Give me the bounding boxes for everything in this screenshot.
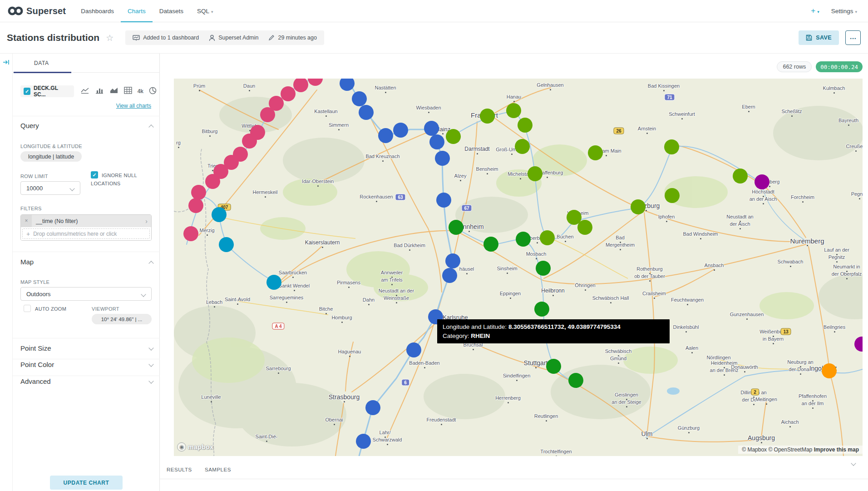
station-point-rhein[interactable] — [378, 128, 393, 143]
station-point-main[interactable] — [480, 109, 495, 124]
station-point-rhein[interactable] — [359, 105, 374, 120]
station-point-regnitz[interactable] — [755, 174, 769, 189]
station-point-main[interactable] — [506, 103, 521, 118]
section-map[interactable]: Map — [20, 258, 34, 266]
road-shield: 13 — [780, 328, 791, 335]
viewport-chip[interactable]: 10° 24' 49.86" | ... — [92, 314, 152, 324]
station-point-neckar[interactable] — [516, 232, 531, 247]
station-point-saar[interactable] — [266, 275, 281, 290]
map-city-dot — [396, 302, 397, 303]
map-city-dot — [761, 442, 762, 443]
nav-dashboards[interactable]: Dashboards — [74, 0, 121, 22]
station-point-main[interactable] — [664, 139, 679, 154]
nav-charts[interactable]: Charts — [121, 0, 153, 22]
map-city-label: Sarreguemines — [270, 295, 304, 300]
tab-results[interactable]: RESULTS — [167, 467, 192, 472]
section-point-color[interactable]: Point Color — [20, 361, 54, 368]
station-point-rhein[interactable] — [393, 123, 408, 138]
station-point-main[interactable] — [518, 118, 533, 133]
station-point-neckar[interactable] — [483, 237, 498, 252]
station-point-donau[interactable] — [822, 363, 837, 378]
filter-drop-zone[interactable]: + Drop columns/metrics here or click — [22, 228, 150, 239]
row-limit-select[interactable]: 10000 — [20, 181, 80, 195]
last-modified-badge[interactable]: 29 minutes ago — [268, 35, 316, 41]
station-point-neckar[interactable] — [534, 302, 549, 317]
station-point-main[interactable] — [665, 188, 680, 203]
station-point-main[interactable] — [631, 199, 646, 214]
station-point-rhein[interactable] — [442, 268, 457, 283]
save-button[interactable]: SAVE — [799, 30, 839, 45]
chevron-up-icon[interactable] — [148, 124, 153, 129]
map-city-label: Forchheim — [791, 194, 814, 200]
lonlat-chip[interactable]: longitude | latitude — [20, 151, 82, 162]
station-point-main[interactable] — [528, 166, 542, 181]
filter-time-pill[interactable]: × __time (No filter) › — [21, 215, 151, 227]
station-point-mosel[interactable] — [233, 147, 248, 162]
owner-badge[interactable]: Superset Admin — [209, 35, 258, 41]
chevron-down-icon[interactable] — [148, 362, 153, 367]
station-point-neckar[interactable] — [449, 220, 464, 235]
station-point-rhein[interactable] — [424, 121, 439, 136]
station-point-rhein[interactable] — [436, 193, 451, 208]
superset-logo[interactable]: Superset — [0, 5, 74, 16]
section-point-size[interactable]: Point Size — [20, 344, 51, 352]
collapse-results-icon[interactable] — [852, 459, 855, 467]
station-point-mosel[interactable] — [191, 185, 206, 200]
favorite-star-icon[interactable]: ☆ — [106, 33, 113, 43]
station-point-mosel[interactable] — [183, 226, 198, 241]
station-point-main[interactable] — [540, 230, 555, 245]
improve-map-link[interactable]: Improve this map — [814, 446, 859, 453]
chevron-down-icon[interactable] — [148, 345, 153, 350]
station-point-neckar[interactable] — [546, 359, 561, 374]
table-icon[interactable] — [124, 87, 132, 96]
more-actions-button[interactable]: … — [845, 30, 861, 45]
station-point-main[interactable] — [733, 169, 748, 184]
station-point-main[interactable] — [515, 139, 530, 154]
station-point-mosel[interactable] — [250, 125, 265, 140]
station-point-main[interactable] — [588, 145, 603, 160]
bar-chart-icon[interactable] — [95, 87, 104, 96]
station-point-rhein[interactable] — [429, 134, 444, 149]
map-style-select[interactable]: Outdoors — [20, 287, 152, 301]
settings-menu[interactable]: Settings▾ — [831, 8, 857, 15]
station-point-saar[interactable] — [212, 207, 227, 222]
update-chart-button[interactable]: UPDATE CHART — [50, 476, 123, 490]
mapbox-icon: ◉ — [177, 442, 186, 451]
new-button[interactable]: +▾ — [811, 6, 819, 15]
view-all-charts-link[interactable]: View all charts — [116, 103, 151, 109]
chevron-down-icon[interactable] — [148, 378, 153, 383]
station-point-main[interactable] — [446, 129, 461, 144]
station-point-mosel[interactable] — [188, 198, 203, 213]
tab-samples[interactable]: SAMPLES — [205, 467, 231, 472]
station-point-rhein[interactable] — [356, 434, 371, 449]
station-point-neckar[interactable] — [536, 261, 551, 276]
station-point-rhein[interactable] — [365, 400, 380, 415]
nav-sql[interactable]: SQL▾ — [190, 0, 220, 22]
section-advanced[interactable]: Advanced — [20, 377, 51, 385]
mapbox-logo[interactable]: ◉ mapbox — [177, 442, 214, 451]
station-point-rhein[interactable] — [435, 151, 450, 166]
ignore-null-checkbox[interactable]: ✓ — [91, 171, 98, 179]
map-canvas[interactable]: PrümDaunNastättenGelnhausenBad Kissingen… — [174, 79, 863, 456]
station-point-main[interactable] — [577, 220, 592, 235]
dashboard-badge[interactable]: Added to 1 dashboard — [133, 35, 199, 41]
expand-datasource-icon[interactable] — [3, 59, 10, 67]
pie-chart-icon[interactable] — [149, 87, 157, 96]
station-point-mosel[interactable] — [281, 86, 296, 101]
area-chart-icon[interactable] — [109, 87, 118, 96]
auto-zoom-checkbox[interactable] — [24, 305, 31, 312]
viz-4k-option[interactable]: 4k — [138, 88, 143, 94]
station-point-rhein[interactable] — [445, 253, 460, 268]
remove-filter-icon[interactable]: × — [21, 215, 32, 227]
map-tooltip: Longitude and Latitude: 8.30556376651173… — [437, 319, 670, 343]
nav-datasets[interactable]: Datasets — [153, 0, 190, 22]
station-point-saar[interactable] — [219, 237, 234, 252]
station-point-rhein[interactable] — [352, 91, 367, 106]
station-point-rhein[interactable] — [406, 342, 421, 357]
chevron-up-icon[interactable] — [148, 261, 153, 266]
station-point-neckar[interactable] — [568, 373, 583, 388]
line-chart-icon[interactable] — [80, 87, 89, 96]
section-query[interactable]: Query — [20, 122, 39, 129]
tab-data[interactable]: DATA — [34, 60, 49, 66]
viz-type-selected[interactable]: ✓ DECK.GL SC... — [20, 85, 74, 97]
